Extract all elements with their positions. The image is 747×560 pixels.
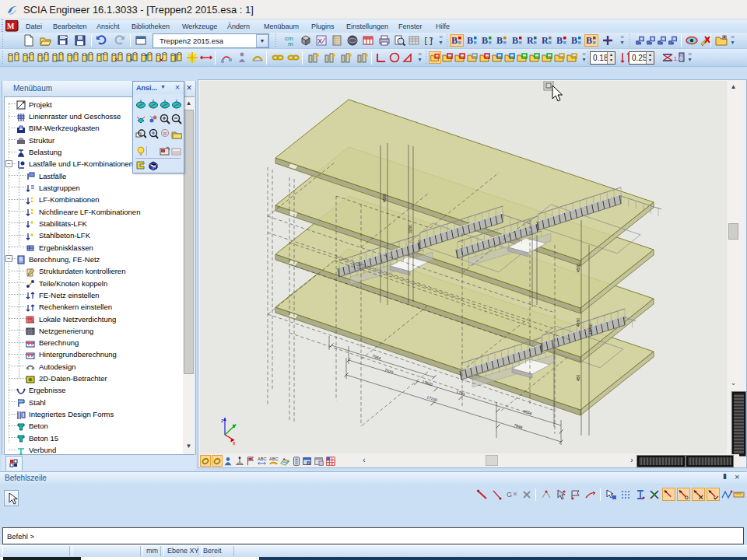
svg-text:R: R: [542, 35, 549, 46]
svg-text:4500: 4500: [382, 194, 387, 202]
svg-text:G: G: [507, 491, 512, 499]
svg-text:?: ?: [430, 36, 433, 43]
svg-text:1750: 1750: [456, 389, 466, 396]
svg-text:B: B: [571, 35, 577, 46]
svg-text:M: M: [7, 22, 15, 30]
svg-text:x: x: [233, 440, 236, 446]
svg-text:17600: 17600: [422, 379, 433, 387]
svg-text:B: B: [467, 35, 473, 46]
svg-text:R: R: [527, 35, 534, 46]
svg-text:0: 0: [679, 56, 682, 61]
svg-text:B: B: [482, 35, 488, 46]
svg-text:B: B: [512, 35, 518, 46]
svg-text:B: B: [556, 35, 563, 46]
svg-text:17100: 17100: [426, 394, 438, 402]
svg-text:X: X: [317, 37, 322, 45]
svg-text:7520: 7520: [384, 367, 395, 374]
svg-text:ABC: ABC: [268, 457, 278, 461]
svg-text:9674: 9674: [523, 408, 533, 415]
svg-text:4050: 4050: [576, 318, 580, 327]
svg-text:B: B: [451, 35, 458, 46]
svg-text:13750: 13750: [588, 324, 593, 334]
svg-text:2: 2: [71, 54, 74, 59]
svg-text:1.: 1.: [674, 56, 679, 61]
svg-text:3250: 3250: [408, 225, 412, 233]
svg-text:B: B: [307, 460, 311, 465]
svg-text:4500: 4500: [576, 264, 580, 272]
svg-text:z: z: [221, 418, 224, 423]
svg-text:m: m: [288, 40, 293, 47]
svg-text:B: B: [586, 35, 592, 46]
svg-text:ABC: ABC: [258, 457, 267, 461]
svg-text:Y: Y: [233, 423, 237, 429]
svg-text:R: R: [163, 131, 167, 136]
svg-text:450: 450: [576, 374, 580, 381]
svg-text:B: B: [496, 35, 503, 46]
